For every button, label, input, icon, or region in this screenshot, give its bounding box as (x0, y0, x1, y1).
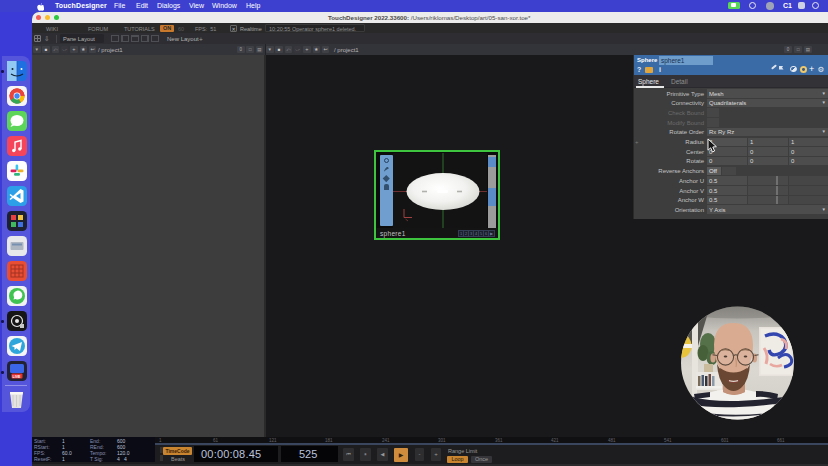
svg-text:LIVE: LIVE (13, 375, 22, 379)
